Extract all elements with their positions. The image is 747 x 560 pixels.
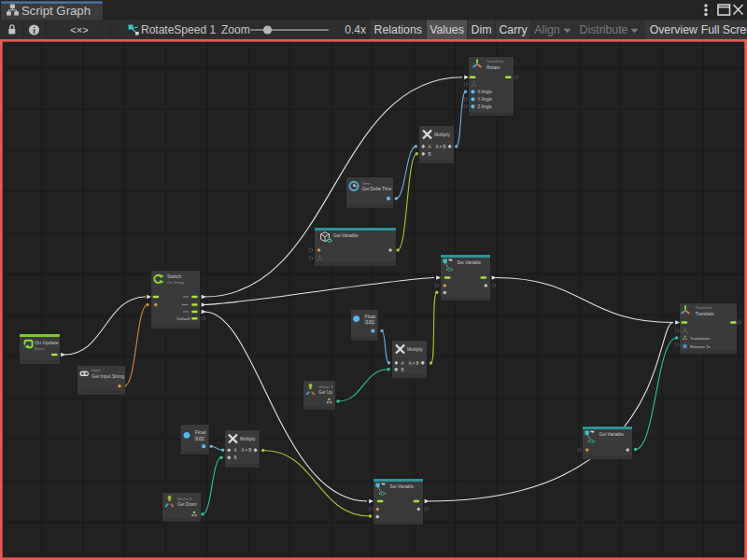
svg-text:Overview: Overview: [650, 23, 698, 36]
svg-text:Relations: Relations: [374, 23, 422, 36]
svg-text:0.4x: 0.4x: [345, 23, 366, 36]
svg-text:B: B: [402, 368, 404, 372]
svg-text:On String: On String: [167, 280, 184, 285]
svg-text:Relative To: Relative To: [690, 344, 711, 349]
svg-text:<×>: <×>: [70, 24, 88, 35]
svg-text:Set Variable: Set Variable: [458, 260, 482, 265]
svg-text:B: B: [429, 152, 431, 157]
svg-text:Multiply: Multiply: [407, 347, 423, 352]
svg-text:Align: Align: [534, 23, 560, 36]
svg-text:A × B: A × B: [436, 145, 446, 149]
svg-text:Values: Values: [430, 23, 464, 36]
svg-text:Rotate: Rotate: [486, 65, 500, 70]
svg-text:Translation: Translation: [690, 336, 711, 341]
svg-text:Get Variable: Get Variable: [599, 432, 625, 437]
svg-text:B: B: [233, 455, 236, 460]
svg-text:Script Graph: Script Graph: [21, 4, 91, 18]
svg-text:Distribute: Distribute: [580, 23, 628, 36]
svg-text:Transform: Transform: [486, 59, 504, 63]
svg-text:On Update: On Update: [35, 340, 59, 345]
svg-text:Switch: Switch: [167, 273, 181, 279]
svg-text:Time: Time: [362, 181, 372, 186]
svg-text:Default: Default: [177, 316, 191, 321]
svg-text:Y Angle: Y Angle: [478, 97, 493, 102]
svg-text:Zoom: Zoom: [221, 23, 250, 36]
svg-text:Get Input String: Get Input String: [92, 373, 124, 379]
svg-text:Dim: Dim: [472, 23, 492, 36]
svg-text:i: i: [33, 25, 35, 35]
svg-text:Get Variable: Get Variable: [333, 233, 359, 238]
svg-text:Get Up: Get Up: [318, 390, 332, 395]
svg-text:Vector 3: Vector 3: [318, 385, 333, 389]
svg-text:Translate: Translate: [696, 312, 714, 316]
svg-text:Z Angle: Z Angle: [478, 105, 493, 109]
svg-text:Float: Float: [195, 429, 206, 435]
svg-text:Input: Input: [92, 368, 101, 372]
svg-text:Vector 3: Vector 3: [177, 497, 192, 501]
svg-text:RotateSpeed 1: RotateSpeed 1: [141, 23, 216, 36]
svg-text:0.01: 0.01: [196, 437, 204, 441]
svg-text:A: A: [429, 145, 431, 149]
svg-text:Get Down: Get Down: [177, 502, 197, 507]
svg-text:Transform: Transform: [696, 305, 713, 310]
svg-text:Full Screen: Full Screen: [701, 23, 747, 36]
svg-text:A: A: [402, 361, 404, 366]
svg-text:Multiply: Multiply: [434, 133, 450, 137]
svg-text:Event: Event: [35, 346, 46, 351]
svg-text:Float: Float: [365, 314, 376, 319]
svg-text:X Angle: X Angle: [478, 90, 493, 94]
svg-text:Get Delta Time: Get Delta Time: [362, 187, 392, 191]
svg-text:Carry: Carry: [499, 23, 528, 36]
svg-text:A × B: A × B: [409, 361, 419, 366]
svg-text:A: A: [233, 448, 236, 453]
svg-text:Multiply: Multiply: [240, 437, 256, 441]
svg-text:Set Variable: Set Variable: [390, 484, 415, 489]
svg-text:A × B: A × B: [241, 448, 251, 453]
svg-text:0.01: 0.01: [366, 320, 374, 325]
